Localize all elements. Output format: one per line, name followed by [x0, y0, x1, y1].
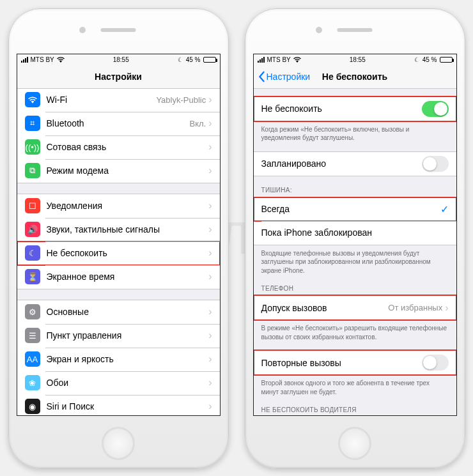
screen-right: MTS BY 18:55 ☾ 45 % Настройки Не беспоко…	[253, 54, 457, 416]
repeated-footer: Второй звонок одного и того же абонента …	[254, 375, 456, 396]
row-general[interactable]: ⚙ Основные ›	[17, 300, 220, 324]
battery-percent: 45 %	[423, 56, 437, 63]
row-label: Не беспокоить	[261, 104, 422, 114]
row-label: Уведомления	[47, 201, 209, 211]
status-bar: MTS BY 18:55 ☾ 45 %	[254, 54, 456, 66]
row-value: От избранных	[388, 303, 442, 312]
row-hotspot[interactable]: ⧉ Режим модема ›	[17, 159, 220, 183]
row-screen-time[interactable]: ⏳ Экранное время ›	[17, 265, 220, 289]
home-button[interactable]	[102, 427, 135, 460]
row-label: Сотовая связь	[47, 142, 209, 152]
page-title: Не беспокоить	[322, 72, 387, 82]
moon-status-icon: ☾	[414, 56, 420, 63]
silence-header: ТИШИНА:	[254, 176, 456, 197]
dnd-footer: Когда режим «Не беспокоить» включен, выз…	[254, 121, 456, 142]
moon-status-icon: ☾	[178, 56, 183, 63]
battery-icon	[203, 57, 216, 63]
row-label: Запланировано	[261, 158, 422, 169]
row-value: Yablyk-Public	[156, 95, 206, 105]
chevron-right-icon: ›	[208, 142, 212, 152]
flower-icon: ❀	[25, 375, 40, 390]
row-display[interactable]: AA Экран и яркость ›	[17, 348, 220, 371]
display-icon: AA	[25, 351, 40, 367]
row-cellular[interactable]: ((•)) Сотовая связь ›	[17, 135, 220, 159]
phone-header: ТЕЛЕФОН	[254, 275, 456, 295]
chevron-right-icon: ›	[208, 224, 212, 234]
row-scheduled[interactable]: Запланировано	[254, 152, 456, 176]
toggle-dnd[interactable]	[422, 101, 449, 117]
hourglass-icon: ⏳	[25, 269, 40, 284]
row-label: Не беспокоить	[47, 248, 209, 258]
row-dnd-toggle[interactable]: Не беспокоить	[254, 97, 456, 121]
chevron-right-icon: ›	[208, 201, 212, 211]
row-label: Wi-Fi	[47, 95, 157, 105]
row-repeated-calls[interactable]: Повторные вызовы	[254, 351, 456, 374]
row-label: Допуск вызовов	[261, 303, 389, 313]
row-siri[interactable]: ◉ Siri и Поиск ›	[17, 395, 220, 415]
phone-camera	[79, 27, 86, 33]
chevron-right-icon: ›	[208, 354, 212, 364]
carrier-text: MTS BY	[267, 56, 291, 63]
row-control-center[interactable]: ☰ Пункт управления ›	[17, 324, 220, 348]
wifi-icon	[293, 56, 301, 64]
driver-header: НЕ БЕСПОКОИТЬ ВОДИТЕЛЯ	[254, 396, 456, 415]
silence-footer: Входящие телефонные вызовы и уведомления…	[254, 245, 456, 275]
bluetooth-icon: ⌗	[25, 116, 40, 131]
chevron-right-icon: ›	[208, 118, 212, 128]
chevron-right-icon: ›	[445, 303, 448, 313]
chevron-right-icon: ›	[208, 401, 212, 411]
row-label: Bluetooth	[47, 118, 190, 128]
screen-left: MTS BY 18:55 ☾ 45 % Настройки Wi-Fi Yabl…	[17, 54, 221, 416]
row-label: Режим модема	[47, 165, 209, 176]
sliders-icon: ☰	[25, 328, 40, 343]
back-button[interactable]: Настройки	[258, 71, 311, 82]
chevron-right-icon: ›	[208, 95, 212, 105]
row-silence-always[interactable]: Всегда ✓	[254, 197, 456, 221]
carrier-text: MTS BY	[31, 56, 54, 63]
clock: 18:55	[113, 56, 129, 63]
checkmark-icon: ✓	[440, 203, 449, 215]
battery-percent: 45 %	[186, 56, 201, 63]
chevron-right-icon: ›	[208, 165, 212, 176]
row-label: Пока iPhone заблокирован	[261, 227, 449, 238]
battery-icon	[440, 57, 453, 63]
row-label: Экранное время	[47, 272, 209, 282]
wifi-icon	[25, 92, 40, 107]
link-icon: ⧉	[25, 163, 40, 178]
moon-icon: ☾	[25, 245, 40, 261]
nav-bar: Настройки	[17, 66, 220, 89]
signal-icon	[21, 57, 28, 63]
siri-icon: ◉	[25, 399, 40, 414]
nav-bar: Настройки Не беспокоить	[254, 66, 456, 89]
chevron-left-icon	[258, 71, 265, 82]
allow-calls-footer: В режиме «Не беспокоить» разрешить входя…	[254, 320, 456, 341]
row-label: Основные	[47, 307, 209, 317]
chevron-right-icon: ›	[208, 378, 212, 388]
row-notifications[interactable]: ☐ Уведомления ›	[17, 194, 220, 218]
row-silence-locked[interactable]: Пока iPhone заблокирован	[254, 221, 456, 245]
antenna-icon: ((•))	[25, 139, 40, 155]
phone-frame-right: MTS BY 18:55 ☾ 45 % Настройки Не беспоко…	[245, 8, 465, 468]
home-button[interactable]	[338, 427, 371, 460]
back-label: Настройки	[267, 72, 311, 82]
gear-icon: ⚙	[25, 304, 40, 319]
row-label: Повторные вызовы	[261, 358, 422, 368]
toggle-scheduled[interactable]	[422, 156, 449, 172]
toggle-repeated[interactable]	[422, 355, 449, 371]
chevron-right-icon: ›	[208, 307, 212, 317]
signal-icon	[258, 57, 265, 63]
row-label: Экран и яркость	[47, 354, 209, 364]
phone-speaker	[337, 28, 373, 32]
row-allow-calls[interactable]: Допуск вызовов От избранных ›	[254, 296, 456, 319]
row-label: Пункт управления	[47, 330, 209, 341]
row-label: Звуки, тактильные сигналы	[47, 224, 209, 234]
row-do-not-disturb[interactable]: ☾ Не беспокоить ›	[17, 242, 220, 265]
sounds-icon: 🔊	[25, 222, 40, 237]
row-bluetooth[interactable]: ⌗ Bluetooth Вкл. ›	[17, 112, 220, 135]
wifi-icon	[57, 56, 65, 64]
notifications-icon: ☐	[25, 198, 40, 213]
row-wifi[interactable]: Wi-Fi Yablyk-Public ›	[17, 88, 220, 112]
row-label: Siri и Поиск	[47, 401, 209, 411]
row-wallpaper[interactable]: ❀ Обои ›	[17, 371, 220, 395]
row-sounds[interactable]: 🔊 Звуки, тактильные сигналы ›	[17, 218, 220, 242]
